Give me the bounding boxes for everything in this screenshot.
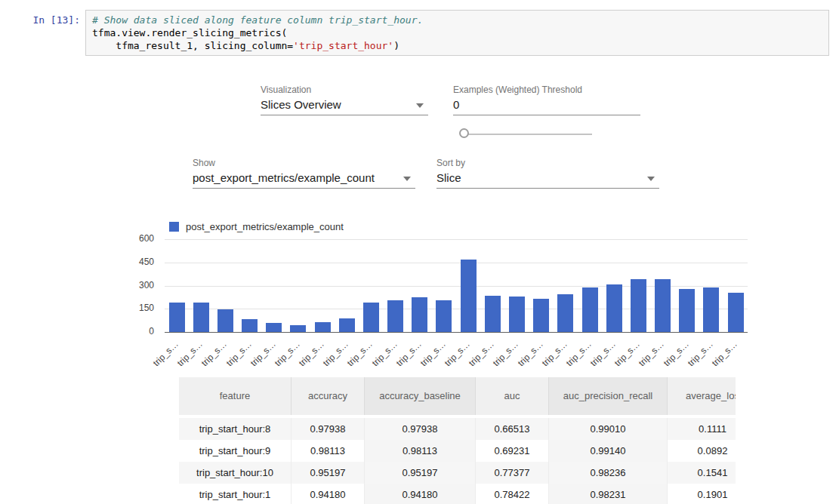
table-cell: 0.94180 [291,484,365,504]
bar-slot [213,239,237,332]
code-cell-editor[interactable]: # Show data sliced along feature column … [85,10,829,56]
table-header-cell[interactable]: average_los [668,377,736,415]
table-cell: 0.94180 [365,484,476,504]
slider-knob[interactable] [459,128,469,138]
bar[interactable] [606,284,622,332]
bar[interactable] [728,293,744,332]
bar-slot [578,239,602,332]
bar[interactable] [509,297,525,332]
bar[interactable] [363,303,379,332]
table-header-cell[interactable]: accuracy [291,377,365,415]
bar-slot [554,239,578,332]
bar-slot [432,239,456,332]
table-header-cell[interactable]: auc [476,377,549,415]
table-header-cell[interactable]: feature [179,377,291,415]
bar-slot [504,239,529,332]
table-header-cell[interactable]: auc_precision_recall [549,377,668,415]
bar[interactable] [217,309,233,332]
legend-label: post_export_metrics/example_count [186,221,344,232]
table-cell: trip_start_hour:8 [179,418,291,440]
threshold-value: 0 [453,97,459,112]
sort-by-value: Slice [436,171,461,186]
threshold-slider[interactable] [459,128,594,140]
bar[interactable] [242,319,258,332]
bar[interactable] [655,279,671,332]
bar[interactable] [193,303,209,332]
bar[interactable] [290,325,306,332]
table-row[interactable]: trip_start_hour:80.979380.979380.665130.… [179,418,736,440]
table-cell: 0.98113 [365,440,476,462]
bar-slot [675,239,699,332]
table-header-row: featureaccuracyaccuracy_baselineaucauc_p… [179,377,736,415]
bar[interactable] [485,296,501,332]
bar-slot [529,239,554,332]
y-tick-label: 150 [119,303,154,314]
bar-slot [359,239,383,332]
visualization-dropdown[interactable]: Slices Overview [261,97,428,115]
legend-swatch [169,222,179,232]
bar[interactable] [703,287,719,332]
table-cell: trip_start_hour:1 [179,484,291,504]
table-cell: 0.95197 [291,462,365,484]
visualization-value: Slices Overview [261,97,341,112]
table-cell: 0.98231 [549,484,668,504]
bar[interactable] [412,297,427,332]
code-string: 'trip_start_hour' [293,40,393,51]
bar[interactable] [461,260,477,332]
bar[interactable] [266,323,282,332]
threshold-input[interactable]: 0 [453,97,640,115]
visualization-label: Visualization [261,85,311,95]
table-cell: 0.1901 [668,484,736,504]
table-row[interactable]: trip_start_hour:100.951970.951970.773770… [179,462,736,484]
y-tick-label: 300 [119,280,154,291]
bar[interactable] [582,287,598,332]
show-metric-dropdown[interactable]: post_export_metrics/example_count [193,171,415,189]
bar-slot [602,239,626,332]
bar-slot [408,239,432,332]
code-content: # Show data sliced along feature column … [92,14,822,52]
chevron-down-icon [403,177,411,181]
chevron-down-icon [416,103,424,108]
bar-slot [189,239,213,332]
table-cell: 0.99140 [549,440,668,462]
table-header-cell[interactable]: accuracy_baseline [365,377,476,415]
table-cell: 0.1541 [668,462,736,484]
bar[interactable] [631,279,646,332]
bar[interactable] [533,299,549,332]
bar[interactable] [315,322,331,332]
bar[interactable] [436,300,452,332]
code-line-3: tfma_result_1, slicing_column='trip_star… [92,40,399,51]
bar[interactable] [339,318,355,332]
bar-slot [723,239,748,332]
chart-legend: post_export_metrics/example_count [169,221,344,232]
metrics-table: featureaccuracyaccuracy_baselineaucauc_p… [179,377,736,504]
table-cell: 0.95197 [365,462,476,484]
bar-slot [262,239,286,332]
notebook-page: In [13]: # Show data sliced along featur… [0,0,839,504]
bar[interactable] [169,303,185,332]
table-cell: trip_start_hour:10 [179,462,291,484]
show-metric-value: post_export_metrics/example_count [193,171,375,186]
bar-slot [626,239,650,332]
sort-by-dropdown[interactable]: Slice [436,171,659,189]
bar[interactable] [557,294,573,332]
table-cell: 0.98113 [291,440,365,462]
bar-slot [310,239,335,332]
bar-slot [699,239,723,332]
code-line-3-post: ) [393,40,399,51]
chart-bars [165,239,748,332]
bar[interactable] [679,289,695,332]
y-tick-label: 450 [119,257,154,268]
table-row[interactable]: trip_start_hour:10.941800.941800.784220.… [179,484,736,504]
bar[interactable] [387,300,403,332]
table-cell: 0.97938 [365,418,476,440]
table-cell: 0.1111 [668,418,736,440]
gridline [165,332,748,333]
bar-slot [165,239,189,332]
slider-track [467,134,592,135]
code-line-3-pre: tfma_result_1, slicing_column= [92,40,293,51]
table-row[interactable]: trip_start_hour:90.981130.981130.692310.… [179,440,736,462]
bar-slot [238,239,262,332]
threshold-label: Examples (Weighted) Threshold [453,85,582,95]
y-tick-label: 0 [119,326,154,337]
